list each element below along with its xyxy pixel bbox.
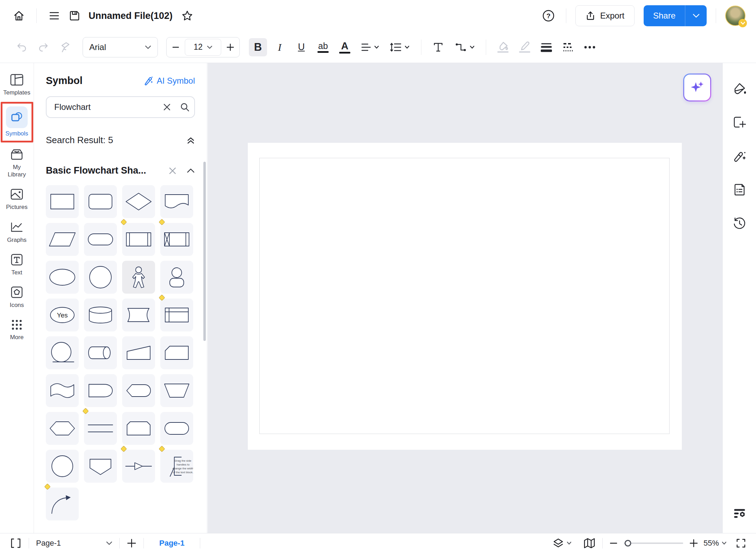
- sidebar-item-graphs[interactable]: Graphs: [0, 216, 34, 248]
- symbol-off-page-connector[interactable]: [84, 450, 117, 483]
- symbol-parallel-lines[interactable]: [84, 412, 117, 445]
- symbol-internal-storage[interactable]: [160, 223, 193, 256]
- font-size-increase-button[interactable]: [221, 37, 239, 57]
- symbol-rounded-rectangle[interactable]: [84, 185, 117, 218]
- symbol-manual-operation[interactable]: [122, 336, 155, 369]
- more-tools-button[interactable]: [581, 38, 599, 56]
- close-section-icon[interactable]: [168, 167, 177, 175]
- symbol-flag[interactable]: [46, 374, 79, 407]
- symbol-display[interactable]: [122, 374, 155, 407]
- symbol-ellipse[interactable]: [46, 261, 79, 294]
- export-button[interactable]: Export: [575, 5, 635, 26]
- ai-symbol-link[interactable]: AI Symbol: [144, 76, 195, 86]
- symbol-delay[interactable]: [84, 374, 117, 407]
- font-color-button[interactable]: A: [336, 38, 354, 56]
- home-button[interactable]: [10, 7, 27, 24]
- fill-color-button[interactable]: [494, 38, 512, 56]
- main-menu-button[interactable]: [46, 7, 63, 24]
- symbol-user[interactable]: [160, 261, 193, 294]
- symbol-decision[interactable]: [122, 185, 155, 218]
- italic-button[interactable]: I: [271, 38, 289, 56]
- history-button[interactable]: [730, 214, 749, 232]
- canvas[interactable]: [208, 63, 722, 533]
- page-selector[interactable]: Page-1: [36, 539, 112, 548]
- symbol-yes-ellipse[interactable]: Yes: [46, 299, 79, 331]
- help-button[interactable]: ?: [540, 7, 557, 24]
- zoom-level-select[interactable]: 55%: [704, 539, 727, 548]
- symbol-person[interactable]: [122, 261, 155, 294]
- bold-button[interactable]: B: [249, 38, 267, 56]
- text-tool-button[interactable]: [429, 38, 447, 56]
- symbol-stored-data[interactable]: [122, 299, 155, 331]
- symbol-text-block[interactable]: Drag the sidehandles tochange the widtho…: [160, 450, 193, 483]
- clear-search-icon[interactable]: [163, 103, 171, 111]
- line-color-button[interactable]: [516, 38, 534, 56]
- symbol-terminator[interactable]: [84, 223, 117, 256]
- fill-style-button[interactable]: [730, 80, 749, 98]
- symbol-rectangle[interactable]: [46, 185, 79, 218]
- symbol-header-block[interactable]: [160, 299, 193, 331]
- symbol-search-input[interactable]: [54, 102, 163, 112]
- sidebar-item-my-library[interactable]: My Library: [0, 143, 34, 183]
- sidebar-item-icons[interactable]: Icons: [0, 281, 34, 314]
- format-painter-button[interactable]: [56, 38, 74, 56]
- sidebar-item-symbols[interactable]: [6, 106, 28, 128]
- sidebar-item-pictures[interactable]: Pictures: [0, 183, 34, 216]
- favorite-button[interactable]: [179, 7, 196, 24]
- symbol-stadium[interactable]: [160, 412, 193, 445]
- minimap-button[interactable]: [583, 538, 595, 549]
- font-size-decrease-button[interactable]: [167, 37, 185, 57]
- save-button[interactable]: [66, 7, 83, 24]
- panel-scrollbar[interactable]: [203, 162, 206, 341]
- text-align-button[interactable]: [357, 38, 383, 56]
- insert-panel-button[interactable]: [730, 113, 749, 132]
- text-highlight-button[interactable]: ab: [314, 38, 332, 56]
- add-page-button[interactable]: [127, 538, 136, 548]
- line-weight-button[interactable]: [537, 38, 555, 56]
- symbol-connector-circle[interactable]: [46, 450, 79, 483]
- undo-button[interactable]: [13, 38, 31, 56]
- page-panel-button[interactable]: [10, 538, 22, 549]
- symbol-document[interactable]: [160, 185, 193, 218]
- line-spacing-button[interactable]: [386, 38, 413, 56]
- symbol-card[interactable]: [160, 336, 193, 369]
- symbol-predefined-process[interactable]: [122, 223, 155, 256]
- symbol-inverted-trapezoid[interactable]: [160, 374, 193, 407]
- symbol-parallelogram[interactable]: [46, 223, 79, 256]
- share-dropdown-button[interactable]: [685, 5, 707, 26]
- ai-assistant-button[interactable]: [683, 74, 711, 102]
- symbol-preparation[interactable]: [46, 412, 79, 445]
- redo-button[interactable]: [34, 38, 52, 56]
- sidebar-item-text[interactable]: Text: [0, 248, 34, 281]
- underline-button[interactable]: U: [292, 38, 310, 56]
- symbol-curved-arrow[interactable]: [46, 488, 79, 520]
- zoom-in-button[interactable]: [690, 539, 698, 547]
- zoom-slider[interactable]: [624, 542, 683, 544]
- symbol-chamfered-rectangle[interactable]: [122, 412, 155, 445]
- layers-button[interactable]: [553, 538, 572, 549]
- user-avatar[interactable]: [725, 6, 746, 26]
- drawing-page[interactable]: [248, 143, 682, 450]
- notes-button[interactable]: [730, 181, 749, 199]
- font-size-select[interactable]: 12: [185, 39, 221, 56]
- symbol-direct-data[interactable]: [84, 336, 117, 369]
- share-button[interactable]: Share: [644, 5, 685, 26]
- chevron-up-icon[interactable]: [187, 168, 195, 173]
- beautify-button[interactable]: [730, 147, 749, 165]
- fullscreen-button[interactable]: [736, 538, 746, 548]
- font-family-select[interactable]: Arial: [83, 37, 158, 57]
- zoom-slider-thumb[interactable]: [624, 540, 631, 547]
- page-tab-active[interactable]: Page-1: [159, 539, 184, 548]
- zoom-out-button[interactable]: [610, 542, 617, 544]
- symbol-circle[interactable]: [84, 261, 117, 294]
- symbol-database[interactable]: [84, 299, 117, 331]
- search-icon[interactable]: [180, 103, 189, 112]
- connector-button[interactable]: [451, 38, 478, 56]
- sidebar-item-more[interactable]: More: [0, 314, 34, 346]
- symbol-loop-limit[interactable]: [46, 336, 79, 369]
- view-options-button[interactable]: [730, 505, 749, 523]
- line-style-button[interactable]: [559, 38, 577, 56]
- symbol-arrow-connector[interactable]: [122, 450, 155, 483]
- sidebar-item-templates[interactable]: Templates: [0, 69, 34, 101]
- collapse-all-icon[interactable]: [187, 136, 195, 145]
